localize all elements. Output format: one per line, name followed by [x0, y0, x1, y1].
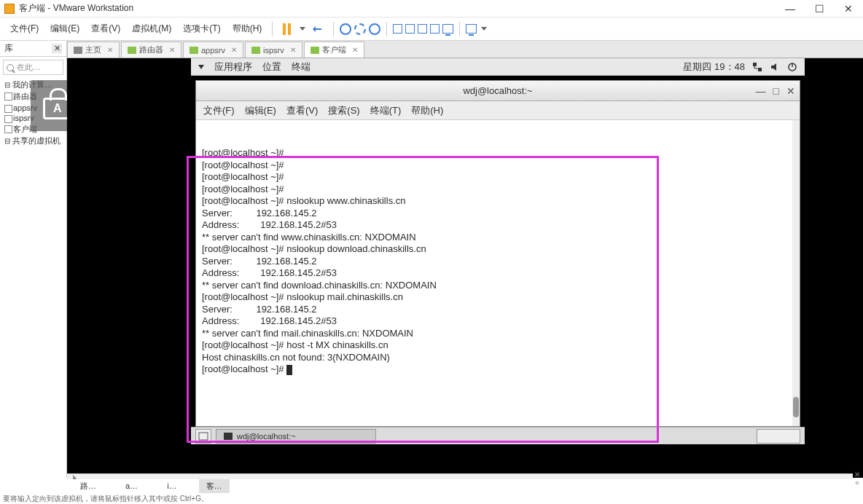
- layout1-icon[interactable]: [393, 24, 402, 34]
- tab-home[interactable]: 主页✕: [67, 42, 120, 58]
- show-desktop-button[interactable]: [195, 429, 211, 444]
- terminal-titlebar[interactable]: wdj@localhost:~ — □ ✕: [196, 81, 800, 101]
- btab-ispsrv[interactable]: i…: [160, 480, 184, 492]
- console-icon[interactable]: [466, 24, 477, 34]
- layout2-icon[interactable]: [405, 24, 415, 34]
- vm-icon: [251, 47, 260, 54]
- power-icon[interactable]: [787, 62, 797, 72]
- btab-appsrv[interactable]: a…: [118, 480, 145, 492]
- terminal-line: [root@localhost ~]#: [202, 171, 794, 184]
- vm-tabs: 主页✕ 路由器✕ appsrv✕ ispsrv✕ 客户端✕: [67, 41, 863, 58]
- term-close-icon[interactable]: ✕: [786, 85, 795, 97]
- network-icon[interactable]: [752, 62, 762, 72]
- dropdown-icon[interactable]: [481, 27, 487, 31]
- tab-close-icon[interactable]: ✕: [352, 46, 358, 54]
- snapshot-mgr-icon[interactable]: [354, 23, 366, 35]
- unity-icon[interactable]: [430, 24, 440, 34]
- terminal-line: [root@localhost ~]#: [202, 147, 794, 160]
- home-icon: [74, 47, 82, 54]
- terminal-line: Server: 192.168.145.2: [202, 256, 794, 268]
- terminal-window: wdj@localhost:~ — □ ✕ 文件(F) 编辑(E) 查看(V) …: [195, 80, 800, 427]
- menu-view[interactable]: 查看(V): [87, 20, 125, 38]
- vm-display-area[interactable]: 主页✕ 路由器✕ appsrv✕ ispsrv✕ 客户端✕ 应用程序 位置 终端…: [67, 41, 863, 478]
- pause-icon[interactable]: [283, 23, 291, 35]
- lock-icon: [43, 98, 69, 119]
- dropdown-icon[interactable]: [300, 27, 305, 31]
- window-titlebar: 客户端 - VMware Workstation — ☐ ✕: [0, 0, 863, 17]
- minimize-button[interactable]: —: [776, 3, 805, 15]
- taskbar-tray[interactable]: [757, 429, 800, 444]
- terminal-menubar: 文件(F) 编辑(E) 查看(V) 搜索(S) 终端(T) 帮助(H): [196, 101, 800, 120]
- tab-close-icon[interactable]: ✕: [231, 46, 237, 54]
- svg-rect-0: [753, 63, 757, 66]
- library-search[interactable]: 在此…: [3, 60, 63, 75]
- volume-icon[interactable]: [770, 62, 780, 72]
- gnome-terminal[interactable]: 终端: [292, 60, 311, 74]
- gnome-clock[interactable]: 星期四 19：48: [683, 60, 745, 74]
- terminal-line: ** server can't find download.chinaskill…: [202, 280, 794, 292]
- vm-icon: [311, 47, 319, 54]
- term-minimize-icon[interactable]: —: [756, 85, 766, 97]
- fullscreen-icon[interactable]: [442, 24, 453, 34]
- terminal-line: ** server can't find www.chinaskills.cn:…: [202, 232, 794, 244]
- bottom-tab-strip: 路… a… i… 客…: [0, 479, 863, 492]
- term-maximize-icon[interactable]: □: [773, 85, 779, 97]
- tab-ispsrv[interactable]: ispsrv✕: [245, 42, 302, 58]
- tab-close-icon[interactable]: ✕: [169, 46, 175, 54]
- terminal-line: [root@localhost ~]#: [202, 160, 794, 172]
- menu-file[interactable]: 文件(F): [6, 20, 43, 38]
- menu-tabs[interactable]: 选项卡(T): [179, 20, 224, 38]
- term-menu-view[interactable]: 查看(V): [286, 104, 318, 117]
- tab-appsrv[interactable]: appsrv✕: [183, 42, 243, 58]
- terminal-icon: [224, 433, 233, 440]
- terminal-line: Server: 192.168.145.2: [202, 304, 794, 316]
- maximize-button[interactable]: ☐: [805, 3, 834, 15]
- terminal-title: wdj@localhost:~: [463, 85, 532, 96]
- term-menu-terminal[interactable]: 终端(T): [370, 104, 402, 117]
- gnome-places[interactable]: 位置: [262, 60, 281, 74]
- revert-icon[interactable]: [369, 23, 380, 35]
- terminal-scrollbar[interactable]: [792, 120, 800, 426]
- menubar: 文件(F) 编辑(E) 查看(V) 虚拟机(M) 选项卡(T) 帮助(H): [0, 17, 863, 41]
- terminal-line: ** server can't find mail.chinaskills.cn…: [202, 328, 794, 340]
- taskbar-entry-terminal[interactable]: wdj@localhost:~: [216, 429, 376, 444]
- guest-desktop[interactable]: 应用程序 位置 终端 星期四 19：48 wdj@localhost:~ — □: [191, 58, 805, 478]
- side-collapse-icon[interactable]: ✕«: [851, 470, 863, 487]
- activities-icon: [198, 65, 204, 69]
- tab-close-icon[interactable]: ✕: [107, 46, 113, 54]
- menu-vm[interactable]: 虚拟机(M): [128, 20, 176, 38]
- term-menu-help[interactable]: 帮助(H): [411, 104, 443, 117]
- svg-rect-4: [199, 433, 208, 440]
- tab-close-icon[interactable]: ✕: [290, 46, 296, 54]
- layout3-icon[interactable]: [418, 24, 427, 34]
- terminal-line: Host chinaskills.cn not found: 3(NXDOMAI…: [202, 352, 794, 364]
- terminal-line: [root@localhost ~]# nslookup mail.chinas…: [202, 291, 794, 304]
- search-placeholder: 在此…: [17, 62, 41, 73]
- separator: [272, 22, 273, 36]
- term-menu-file[interactable]: 文件(F): [203, 104, 235, 117]
- terminal-body[interactable]: [root@localhost ~]# [root@localhost ~]# …: [196, 120, 800, 426]
- tab-client[interactable]: 客户端✕: [304, 42, 364, 58]
- terminal-line: [root@localhost ~]#: [202, 363, 794, 376]
- library-close-icon[interactable]: ✕: [52, 44, 62, 53]
- gnome-apps[interactable]: 应用程序: [214, 60, 252, 74]
- term-menu-edit[interactable]: 编辑(E): [245, 104, 276, 117]
- menu-help[interactable]: 帮助(H): [228, 20, 267, 38]
- tree-root-shared[interactable]: 共享的虚拟机: [3, 135, 63, 146]
- terminal-line: [root@localhost ~]#: [202, 184, 794, 196]
- status-bar: 要将输入定向到该虚拟机，请将鼠标指针移入其中或按 Ctrl+G。: [0, 494, 863, 504]
- menu-edit[interactable]: 编辑(E): [46, 20, 84, 38]
- btab-client[interactable]: 客…: [199, 479, 230, 493]
- btab-router[interactable]: 路…: [73, 479, 104, 493]
- separator: [386, 22, 387, 36]
- term-menu-search[interactable]: 搜索(S): [328, 104, 359, 117]
- terminal-line: Address: 192.168.145.2#53: [202, 267, 794, 280]
- library-panel: 库 ✕ 在此… 我的计算… 路由器 appsrv ispsrv 客户端 共享的虚…: [0, 41, 67, 478]
- separator: [459, 22, 460, 36]
- send-icon[interactable]: [311, 23, 324, 36]
- close-button[interactable]: ✕: [834, 3, 863, 15]
- snapshot-icon[interactable]: [340, 23, 351, 35]
- search-icon: [7, 64, 14, 71]
- terminal-line: [root@localhost ~]# host -t MX chinaskil…: [202, 339, 794, 352]
- tab-router[interactable]: 路由器✕: [121, 42, 181, 58]
